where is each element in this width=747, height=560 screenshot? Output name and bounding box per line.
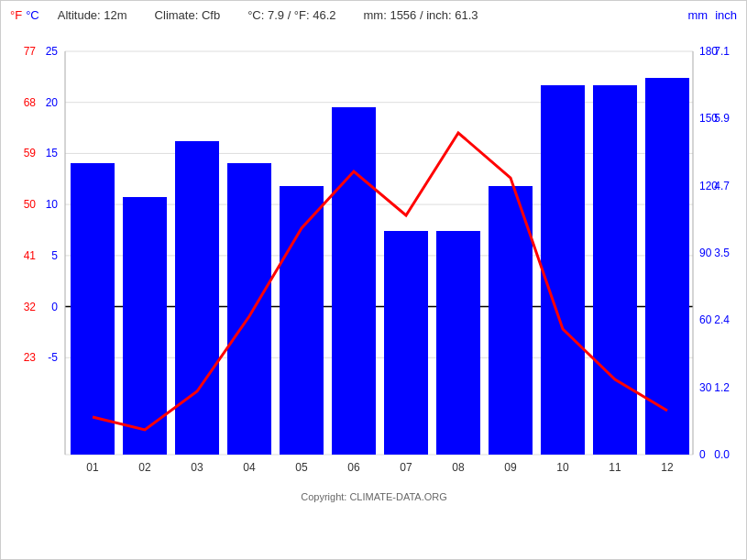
precip-summary: mm: 1556 / inch: 61.3 [364,8,688,22]
yaxis-inch-4.7: 4.7 [714,180,730,192]
yaxis-inch-3.5: 3.5 [714,247,730,259]
altitude-label: Altitude: 12m [58,8,127,22]
yaxis-mm-0: 0 [699,448,706,461]
yaxis-inch-1.2: 1.2 [714,381,730,394]
yaxis-f-41: 41 [24,249,37,262]
yaxis-inch-2.4: 2.4 [714,313,730,326]
xlabel-02: 02 [138,461,151,474]
xlabel-11: 11 [609,461,621,474]
yaxis-c-0: 0 [51,301,58,313]
bar-mar [175,141,219,455]
yaxis-c-m5: -5 [48,351,58,364]
xlabel-05: 05 [295,461,308,474]
yaxis-f-23: 23 [24,351,37,364]
yaxis-mm-30: 30 [699,381,712,394]
yaxis-c-5: 5 [51,249,58,262]
mm-axis-label: mm [687,8,708,22]
yaxis-f-50: 50 [24,198,37,211]
bar-apr [227,163,271,455]
bar-jan [71,163,115,455]
yaxis-inch-5.9: 5.9 [714,112,730,125]
xlabel-12: 12 [661,461,674,474]
xlabel-09: 09 [504,461,517,474]
yaxis-inch-7.1: 7.1 [714,45,730,58]
yaxis-f-68: 68 [24,96,37,109]
climate-label: Climate: Cfb [155,8,221,22]
main-chart: 77 68 59 50 41 32 23 25 20 15 10 5 0 -5 … [1,33,747,528]
xlabel-04: 04 [243,461,256,474]
yaxis-c-20: 20 [46,96,59,109]
xlabel-10: 10 [556,461,569,474]
xlabel-08: 08 [452,461,465,474]
bar-aug [436,231,480,455]
yaxis-f-32: 32 [24,301,37,313]
xlabel-03: 03 [191,461,203,474]
bar-oct [541,85,585,455]
bar-jul [384,231,428,455]
yaxis-c-25: 25 [46,45,59,58]
bar-nov [593,85,637,455]
xlabel-06: 06 [347,461,360,474]
yaxis-mm-90: 90 [699,247,712,259]
xlabel-07: 07 [400,461,412,474]
chart-container: °F °C Altitude: 12m Climate: Cfb °C: 7.9… [0,0,747,560]
yaxis-c-15: 15 [46,147,59,159]
temp-summary: °C: 7.9 / °F: 46.2 [247,8,335,22]
xlabel-01: 01 [86,461,99,474]
bar-dec [645,78,689,455]
yaxis-inch-0.0: 0.0 [714,448,730,461]
yaxis-f-77: 77 [24,45,37,58]
celsius-label: °C [26,8,39,22]
bar-jun [332,107,376,455]
inch-axis-label: inch [715,8,737,22]
yaxis-c-10: 10 [46,198,59,211]
copyright-text: Copyright: CLIMATE-DATA.ORG [301,491,447,502]
yaxis-mm-60: 60 [699,313,712,326]
fahrenheit-label: °F [10,8,22,22]
bar-feb [123,197,167,455]
yaxis-f-59: 59 [24,147,37,159]
